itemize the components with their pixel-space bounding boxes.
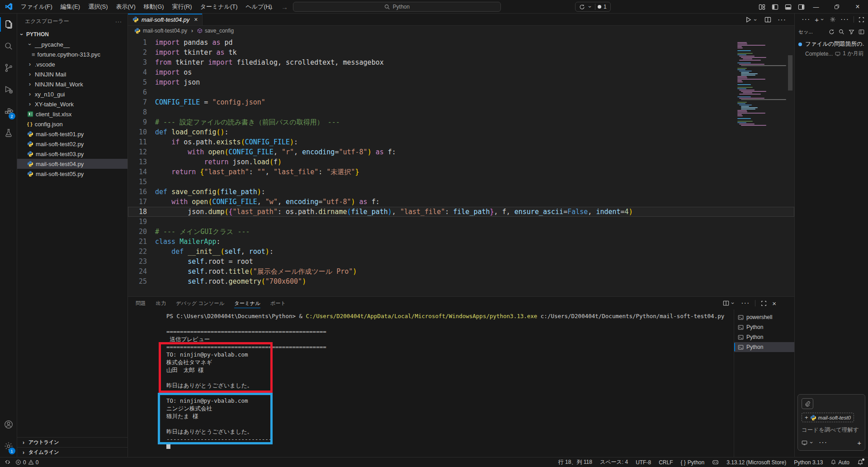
toggle-panel-icon[interactable]: [785, 4, 792, 10]
format-auto[interactable]: Auto: [830, 459, 849, 466]
code-line-9[interactable]: 9# --- 設定ファイルの読み書き（前回パスの取得用） ---: [128, 117, 794, 127]
source-control-icon[interactable]: [0, 57, 17, 79]
code-line-18[interactable]: 18 json.dump({"last_path": os.path.dirna…: [128, 207, 794, 217]
menu-item-3[interactable]: 表示(V): [113, 1, 139, 12]
split-editor-icon[interactable]: [764, 16, 771, 23]
copilot-icon[interactable]: [712, 459, 719, 466]
minimize-button[interactable]: —: [806, 0, 826, 14]
explorer-more-icon[interactable]: ···: [115, 19, 122, 25]
code-line-11[interactable]: 11 if os.path.exists(CONFIG_FILE):: [128, 137, 794, 147]
menu-item-6[interactable]: ターミナル(T): [197, 1, 241, 12]
editor-scrollbar[interactable]: [787, 36, 794, 296]
panel-more-icon[interactable]: ···: [741, 299, 750, 307]
tree-item-13[interactable]: mail-soft-test05.py: [17, 169, 127, 179]
model-picker-icon[interactable]: ›: [802, 439, 814, 446]
code-line-10[interactable]: 10def load_config():: [128, 127, 794, 137]
timeline-section[interactable]: › タイムライン: [17, 447, 127, 457]
problems-indicator[interactable]: 0 0: [15, 459, 38, 466]
code-line-3[interactable]: 3from tkinter import filedialog, scrolle…: [128, 57, 794, 67]
code-line-15[interactable]: 15: [128, 177, 794, 187]
panel-tab-3[interactable]: ターミナル: [234, 297, 260, 310]
chat-overflow-icon[interactable]: ···: [802, 15, 810, 24]
customize-layout-icon[interactable]: [759, 4, 765, 10]
attach-context-button[interactable]: [802, 398, 813, 409]
chat-input-widget[interactable]: + mail-soft-test0 コードを調べて理解す › ··· +: [797, 394, 865, 451]
restore-button[interactable]: [826, 0, 847, 14]
code-line-1[interactable]: 1import pandas as pd: [128, 38, 794, 48]
chat-input-placeholder[interactable]: コードを調べて理解す: [802, 426, 861, 434]
remote-indicator-icon[interactable]: [5, 459, 11, 466]
close-tab-icon[interactable]: ×: [194, 16, 198, 23]
command-center-search[interactable]: Python: [293, 2, 501, 12]
encoding[interactable]: UTF-8: [636, 459, 651, 466]
close-window-button[interactable]: ×: [847, 0, 868, 14]
outline-section[interactable]: › アウトライン: [17, 437, 127, 447]
python-env[interactable]: Python 3.13: [794, 459, 823, 466]
tree-item-9[interactable]: mail-soft-test01.py: [17, 129, 127, 139]
code-line-19[interactable]: 19: [128, 217, 794, 227]
chat-more-icon[interactable]: ···: [840, 15, 849, 24]
code-line-7[interactable]: 7CONFIG_FILE = "config.json": [128, 97, 794, 107]
tree-item-10[interactable]: mail-soft-test02.py: [17, 139, 127, 149]
tree-item-11[interactable]: mail-soft-test03.py: [17, 149, 127, 159]
notifications-bell-icon[interactable]: [857, 459, 863, 466]
eol-sequence[interactable]: CRLF: [659, 459, 673, 466]
nav-back-icon[interactable]: ←: [267, 3, 274, 11]
code-line-21[interactable]: 21class MailerApp:: [128, 237, 794, 247]
tree-item-6[interactable]: ›XY-table_Work: [17, 99, 127, 109]
attached-file-chip[interactable]: + mail-soft-test0: [802, 413, 854, 422]
nav-forward-icon[interactable]: →: [281, 3, 288, 11]
code-line-2[interactable]: 2import tkinter as tk: [128, 48, 794, 57]
breadcrumb[interactable]: mail-soft-test04.py › save_config: [128, 26, 794, 36]
code-line-20[interactable]: 20# --- メインGUIクラス ---: [128, 227, 794, 237]
new-chat-button[interactable]: +›: [815, 16, 825, 24]
panel-tab-1[interactable]: 出力: [156, 297, 166, 310]
code-line-4[interactable]: 4import os: [128, 67, 794, 77]
tree-item-2[interactable]: ›.vscode: [17, 59, 127, 69]
explorer-icon[interactable]: [0, 14, 17, 35]
editor-more-icon[interactable]: ···: [778, 16, 786, 24]
indentation[interactable]: スペース: 4: [600, 458, 628, 466]
expand-panel-icon[interactable]: [859, 17, 864, 23]
tree-item-0[interactable]: ›__pycache__: [17, 39, 127, 49]
tree-item-1[interactable]: ≡fortune.cpython-313.pyc: [17, 49, 127, 59]
search-sessions-icon[interactable]: [839, 29, 844, 35]
account-icon[interactable]: [0, 414, 17, 435]
menu-item-2[interactable]: 選択(S): [85, 1, 111, 12]
menu-item-4[interactable]: 移動(G): [140, 1, 168, 12]
panel-tab-2[interactable]: デバッグ コンソール: [176, 297, 224, 310]
tree-item-3[interactable]: ›NINJIN Mail: [17, 69, 127, 79]
code-editor[interactable]: 1import pandas as pd2import tkinter as t…: [128, 36, 794, 296]
chat-session-item[interactable]: ファイルの問題箇所の... Complete... 1 か月前: [795, 38, 868, 58]
tree-item-12[interactable]: mail-soft-test04.py: [17, 159, 127, 169]
settings-gear-icon[interactable]: 1: [0, 435, 17, 457]
tree-item-5[interactable]: ›xy_n10_gui: [17, 89, 127, 99]
terminal-split-icon[interactable]: ›: [723, 300, 736, 306]
menu-item-5[interactable]: 実行(R): [169, 1, 196, 12]
extensions-icon[interactable]: 2: [0, 100, 17, 122]
testing-icon[interactable]: [0, 122, 17, 144]
code-line-8[interactable]: 8: [128, 107, 794, 117]
python-interpreter[interactable]: 3.13.12 (Microsoft Store): [726, 459, 786, 466]
panel-maximize-icon[interactable]: [761, 300, 767, 306]
code-line-5[interactable]: 5import json: [128, 77, 794, 87]
view-layout-icon[interactable]: [859, 29, 864, 35]
run-debug-icon[interactable]: [0, 79, 17, 100]
menu-item-1[interactable]: 編集(E): [57, 1, 84, 12]
tree-item-7[interactable]: client_list.xlsx: [17, 109, 127, 119]
shell-item-2[interactable]: Python: [734, 332, 794, 342]
toggle-sidebar-icon[interactable]: [772, 4, 778, 10]
toggle-secondary-sidebar-icon[interactable]: [798, 4, 805, 10]
run-status-widget[interactable]: › 1: [575, 2, 611, 12]
shell-item-0[interactable]: powershell: [734, 312, 794, 322]
workspace-root[interactable]: › PYTHON: [17, 29, 127, 39]
panel-tab-4[interactable]: ポート: [270, 297, 286, 310]
chat-widget-more-icon[interactable]: ···: [819, 438, 827, 447]
cursor-position[interactable]: 行 18、列 118: [558, 458, 592, 466]
code-line-16[interactable]: 16def save_config(file_path):: [128, 187, 794, 197]
tab-mail-soft-test04[interactable]: mail-soft-test04.py ×: [128, 14, 203, 25]
search-sidebar-icon[interactable]: [0, 35, 17, 57]
refresh-icon[interactable]: [829, 29, 835, 35]
language-mode[interactable]: { } Python: [680, 459, 704, 466]
code-line-23[interactable]: 23 self.root = root: [128, 257, 794, 267]
